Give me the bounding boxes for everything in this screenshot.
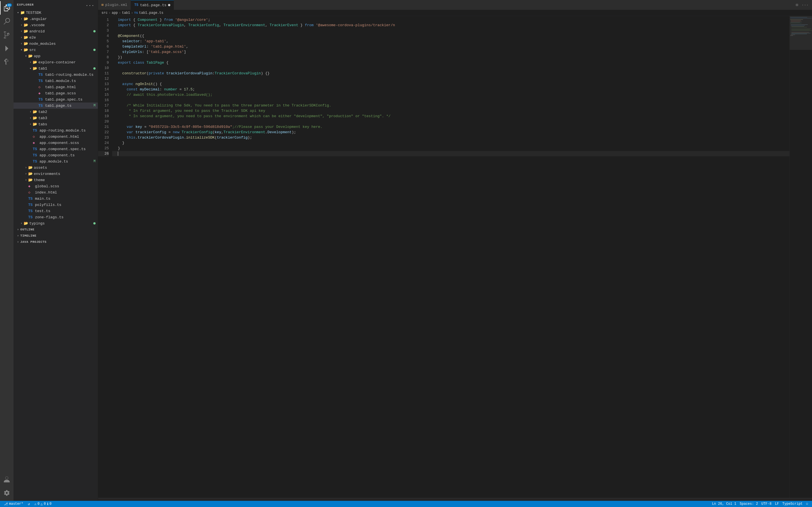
outline-arrow: › bbox=[16, 228, 20, 231]
source-control-badge: 65 bbox=[7, 3, 12, 7]
tree-item-app[interactable]: ▾ 📂 app bbox=[13, 53, 98, 59]
tree-item-test-ts[interactable]: › TS test.ts bbox=[13, 208, 98, 214]
split-editor-button[interactable]: ⊟ bbox=[795, 2, 799, 8]
tree-item-tab1-page-html[interactable]: › ◇ tab1.page.html bbox=[13, 84, 98, 90]
tree-item-tab1[interactable]: ▾ 📂 tab1 bbox=[13, 65, 98, 71]
tab1-folder-icon: 📂 bbox=[33, 66, 37, 71]
angular-label: .angular bbox=[29, 17, 98, 21]
run-activity-icon[interactable] bbox=[0, 42, 13, 55]
tree-item-tab1-page-scss[interactable]: › ◆ tab1.page.scss bbox=[13, 90, 98, 96]
tree-item-app-module[interactable]: › TS app.module.ts M bbox=[13, 158, 98, 165]
typings-folder-icon: 📂 bbox=[24, 221, 28, 226]
tree-item-app-component-html[interactable]: › ◇ app.component.html bbox=[13, 133, 98, 140]
code-content[interactable]: import { Component } from '@angular/core… bbox=[112, 16, 790, 498]
tree-item-zone-flags[interactable]: › TS zone-flags.ts bbox=[13, 214, 98, 220]
code-line-10 bbox=[112, 65, 790, 71]
explorer-activity-icon[interactable]: 65 bbox=[0, 1, 13, 15]
tree-item-vscode[interactable]: › 📂 .vscode bbox=[13, 22, 98, 28]
tree-item-node-modules[interactable]: › 📂 node_modules bbox=[13, 41, 98, 47]
errors-icon: ⚠ bbox=[35, 502, 36, 506]
outline-section-header[interactable]: › OUTLINE bbox=[13, 226, 98, 233]
breadcrumb: src › app › tab1 › TS tab1.page.ts bbox=[98, 10, 812, 16]
encoding-label: UTF-8 bbox=[761, 502, 771, 506]
tab-tab1-page-ts[interactable]: TS tab1.page.ts bbox=[131, 0, 174, 10]
tree-item-app-component-ts[interactable]: › TS app.component.ts bbox=[13, 152, 98, 158]
tree-item-assets[interactable]: › 📂 assets bbox=[13, 165, 98, 171]
tree-item-explore-container[interactable]: › 📂 explore-container bbox=[13, 59, 98, 65]
status-encoding[interactable]: UTF-8 bbox=[760, 501, 773, 507]
tab-plugin-xml[interactable]: ⊞ plugin.xml bbox=[98, 0, 131, 10]
svg-rect-2 bbox=[790, 19, 803, 20]
extensions-activity-icon[interactable] bbox=[0, 55, 13, 69]
tree-item-angular[interactable]: › 📂 .angular bbox=[13, 16, 98, 22]
status-cursor[interactable]: Ln 26, Col 1 bbox=[710, 501, 738, 507]
tree-item-environments[interactable]: › 📂 environments bbox=[13, 171, 98, 177]
src-badge bbox=[93, 49, 96, 51]
info-count: 0 bbox=[50, 502, 52, 506]
status-sync[interactable]: ↺ bbox=[26, 501, 31, 507]
environments-arrow: › bbox=[24, 172, 28, 175]
tree-item-src[interactable]: ▾ 📂 src bbox=[13, 47, 98, 53]
account-activity-icon[interactable] bbox=[0, 473, 13, 486]
breadcrumb-src[interactable]: src bbox=[101, 11, 108, 15]
status-spaces[interactable]: Spaces: 2 bbox=[738, 501, 760, 507]
tree-item-tab3[interactable]: › 📂 tab3 bbox=[13, 115, 98, 121]
timeline-label: TIMELINE bbox=[20, 234, 36, 237]
timeline-arrow: › bbox=[16, 234, 20, 237]
android-badge bbox=[93, 30, 96, 33]
status-errors[interactable]: ⚠ 0 △ 0 ℹ 0 bbox=[33, 501, 53, 507]
settings-activity-icon[interactable] bbox=[0, 486, 13, 500]
breadcrumb-app[interactable]: app bbox=[112, 11, 118, 15]
tree-item-polyfills[interactable]: › TS polyfills.ts bbox=[13, 202, 98, 208]
code-line-8: }) bbox=[112, 55, 790, 60]
index-html-label: index.html bbox=[35, 190, 98, 194]
svg-rect-0 bbox=[790, 17, 807, 17]
code-line-5: selector: 'app-tab1', bbox=[112, 39, 790, 44]
status-language[interactable]: TypeScript bbox=[781, 501, 804, 507]
tree-item-tab1-page-ts[interactable]: › TS tab1.page.ts M bbox=[13, 103, 98, 109]
app-component-spec-icon: TS bbox=[33, 147, 37, 151]
svg-rect-12 bbox=[792, 30, 810, 30]
tree-root[interactable]: ▾ 📁 TESTSDK bbox=[13, 10, 98, 16]
editor-horizontal-scrollbar[interactable] bbox=[98, 498, 812, 501]
tree-item-theme[interactable]: › 📂 theme bbox=[13, 177, 98, 183]
tree-item-e2e[interactable]: › 📂 e2e bbox=[13, 34, 98, 41]
status-feedback[interactable]: ☺ bbox=[804, 501, 810, 507]
tree-item-app-component-spec[interactable]: › TS app.component.spec.ts bbox=[13, 146, 98, 152]
java-projects-section-header[interactable]: › JAVA PROJECTS bbox=[13, 239, 98, 245]
index-html-icon: ◇ bbox=[28, 190, 33, 194]
breadcrumb-tab1[interactable]: tab1 bbox=[122, 11, 130, 15]
tree-item-android[interactable]: › 📂 android bbox=[13, 28, 98, 34]
root-folder-icon: 📁 bbox=[20, 10, 25, 15]
tree-item-tabs[interactable]: › 📂 tabs bbox=[13, 121, 98, 127]
tab1-page-ts-label: tab1.page.ts bbox=[45, 104, 94, 108]
tree-item-index-html[interactable]: › ◇ index.html bbox=[13, 189, 98, 195]
zone-flags-icon: TS bbox=[28, 215, 33, 219]
tree-item-global-scss[interactable]: › ◆ global.scss bbox=[13, 183, 98, 189]
status-eol[interactable]: LF bbox=[773, 501, 780, 507]
source-control-activity-icon[interactable] bbox=[0, 28, 13, 42]
tree-item-tab1-module[interactable]: › TS tab1.module.ts bbox=[13, 78, 98, 84]
sidebar-actions[interactable]: ... bbox=[86, 2, 94, 7]
tree-item-main-ts[interactable]: › TS main.ts bbox=[13, 195, 98, 202]
tree-item-typings[interactable]: › 📂 typings bbox=[13, 220, 98, 226]
tab3-label: tab3 bbox=[38, 116, 98, 120]
tree-item-tab1-routing[interactable]: › TS tab1-routing.module.ts bbox=[13, 71, 98, 78]
theme-label: theme bbox=[34, 178, 98, 182]
android-arrow: › bbox=[19, 30, 24, 33]
typings-label: typings bbox=[29, 221, 93, 226]
tree-item-app-routing[interactable]: › TS app-routing.module.ts bbox=[13, 127, 98, 133]
search-activity-icon[interactable] bbox=[0, 15, 13, 28]
status-branch[interactable]: ⎇ master* bbox=[2, 501, 25, 507]
tab1-page-scss-icon: ◆ bbox=[38, 91, 43, 96]
line-numbers: 12345 678910 1112131415 1617181920 21222… bbox=[98, 16, 112, 498]
timeline-section-header[interactable]: › TIMELINE bbox=[13, 233, 98, 239]
tree-item-app-component-scss[interactable]: › ◆ app.component.scss bbox=[13, 140, 98, 146]
breadcrumb-filename[interactable]: tab1.page.ts bbox=[139, 11, 163, 15]
tree-item-tab1-page-spec[interactable]: › TS tab1.page.spec.ts bbox=[13, 96, 98, 103]
tree-item-tab2[interactable]: › 📂 tab2 bbox=[13, 109, 98, 115]
angular-arrow: › bbox=[19, 17, 24, 20]
more-actions-button[interactable]: ··· bbox=[801, 2, 810, 8]
code-editor[interactable]: 12345 678910 1112131415 1617181920 21222… bbox=[98, 16, 812, 498]
java-projects-arrow: › bbox=[16, 240, 20, 244]
